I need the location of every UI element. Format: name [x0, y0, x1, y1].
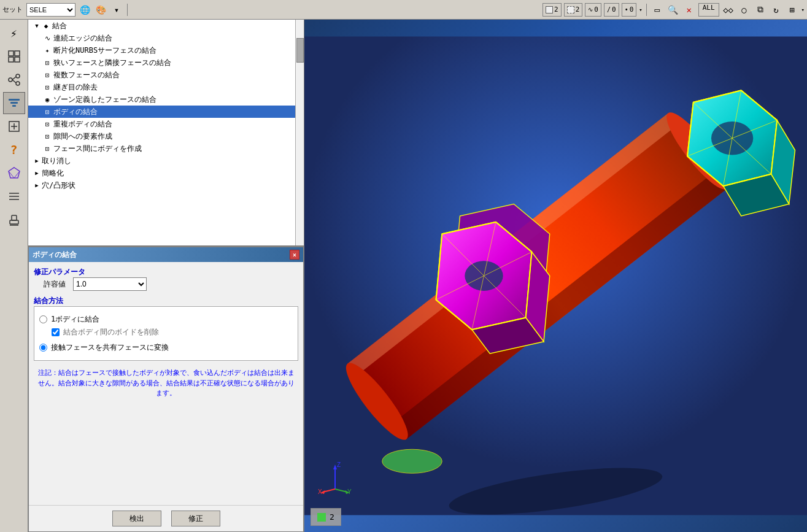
method-options: 1ボディに結合 結合ボディ間のボイドを削除 接触フェースを共有フェースに変換	[34, 306, 298, 361]
sidebar-icon-question[interactable]: ?	[3, 139, 25, 161]
tree-root-label: 結合	[52, 21, 67, 31]
copy-icon[interactable]: ⧉	[754, 3, 767, 17]
inspect-icon[interactable]: 🔍	[666, 3, 680, 17]
tree-item-8-icon: ⊡	[43, 120, 52, 128]
tree-item-9-label: 隙間への要素作成	[53, 131, 112, 142]
tree-item-6-label: ゾーン定義したフェースの結合	[53, 94, 156, 105]
counter-icon	[317, 513, 326, 522]
sidebar-icon-branch[interactable]	[3, 69, 25, 91]
tree-root-item[interactable]: ▼ ◆ 結合	[28, 20, 304, 32]
sidebar-icon-plus[interactable]	[3, 115, 25, 137]
tree-group-seiryakka-label: 簡略化	[42, 168, 64, 179]
icon2-btn[interactable]: 🎨	[94, 3, 107, 17]
radio-row-2: 接触フェースを共有フェースに変換	[39, 342, 293, 353]
delete-icon[interactable]: ✕	[682, 3, 696, 17]
fix-button[interactable]: 修正	[171, 511, 220, 526]
radio-1body[interactable]	[39, 315, 47, 323]
void-delete-checkbox[interactable]	[52, 328, 60, 336]
sidebar-icon-layers[interactable]	[3, 185, 25, 207]
tree-item-6-icon: ◉	[43, 95, 52, 104]
dialog-titlebar: ボディの結合 ×	[29, 247, 303, 262]
grid2-icon[interactable]: ⊞	[786, 3, 799, 17]
tree-item-8-label: 重複ボディの結合	[53, 119, 112, 129]
tree-item-5-label: 継ぎ目の除去	[53, 82, 98, 93]
select-dropdown[interactable]: SELE	[26, 3, 75, 17]
set-label: セット	[2, 5, 23, 14]
tree-item-9-icon: ⊡	[43, 132, 52, 141]
tree-item-8[interactable]: ⊡ 重複ボディの結合	[28, 118, 304, 130]
gizmo-svg: Z X Y	[317, 458, 353, 495]
dialog-title: ボディの結合	[33, 250, 77, 260]
tree-item-5-icon: ⊡	[43, 83, 52, 91]
sidebar-icon-filter[interactable]	[3, 92, 25, 114]
tree-item-2-label: 断片化NURBSサーフェスの結合	[53, 45, 156, 56]
tree-item-3-icon: ⊡	[43, 58, 52, 67]
tree-group-seiryakka[interactable]: ▶ 簡略化	[28, 167, 304, 179]
sidebar-icon-grid[interactable]	[3, 45, 25, 67]
dialog-close-button[interactable]: ×	[290, 250, 299, 260]
counter-value: 2	[330, 512, 334, 522]
tolerance-row: 許容値 1.0	[34, 277, 298, 291]
tree-item-5[interactable]: ⊡ 継ぎ目の除去	[28, 81, 304, 93]
tree-group-torikeshi-arrow: ▶	[33, 157, 41, 164]
svg-point-63	[382, 449, 442, 473]
right-dropdown-arrow[interactable]: ▾	[801, 7, 805, 13]
svg-rect-21	[12, 215, 17, 220]
correction-params-title: 修正パラメータ	[34, 267, 298, 277]
dialog-body: 修正パラメータ 許容値 1.0 結合方法 1ボディに結合	[29, 262, 303, 505]
all-btn[interactable]: ALL	[698, 3, 719, 17]
scene-svg	[304, 20, 807, 532]
void-delete-label: 結合ボディ間のボイドを削除	[63, 327, 159, 337]
tree-item-1[interactable]: ∿ 連続エッジの結合	[28, 32, 304, 44]
tree-item-10-icon: ⊡	[43, 144, 52, 153]
diamond-icon[interactable]: ◇◇	[722, 3, 735, 17]
point-count-box: • 0	[622, 3, 637, 17]
tree-item-7-icon: ⊡	[43, 107, 52, 116]
svg-text:X: X	[318, 488, 322, 495]
method-section: 結合方法 1ボディに結合 結合ボディ間のボイドを削除 接触フェースを共有フ	[34, 296, 298, 361]
tree-group-anakei-label: 穴/凸形状	[42, 180, 75, 191]
circle-icon[interactable]: ○	[738, 3, 751, 17]
svg-rect-1	[15, 51, 20, 56]
tree-item-3[interactable]: ⊡ 狭いフェースと隣接フェースの結合	[28, 56, 304, 69]
rotate-icon[interactable]: ↻	[770, 3, 783, 17]
svg-rect-0	[9, 51, 14, 56]
tree-item-9[interactable]: ⊡ 隙間への要素作成	[28, 130, 304, 142]
icon3-btn[interactable]: ▾	[110, 3, 123, 17]
svg-rect-11	[12, 105, 16, 107]
radio-1body-label: 1ボディに結合	[51, 314, 99, 325]
detect-button[interactable]: 検出	[112, 511, 161, 526]
tree-root-arrow: ▼	[33, 22, 41, 29]
radio-shared-face[interactable]	[39, 344, 47, 352]
svg-rect-9	[9, 99, 20, 101]
tree-panel: ▼ ◆ 結合 ∿ 連続エッジの結合 ✦ 断片化NURBSサーフェスの結合 ⊡ 狭…	[28, 20, 304, 247]
svg-text:Y: Y	[347, 488, 352, 495]
radio-row-1: 1ボディに結合	[39, 314, 293, 325]
left-sidebar: ⚡	[0, 20, 28, 532]
sidebar-icon-gem[interactable]	[3, 162, 25, 184]
svg-point-4	[9, 78, 12, 82]
icon1-btn[interactable]: 🌐	[78, 3, 91, 17]
sidebar-icon-stamp[interactable]	[3, 209, 25, 231]
tolerance-select[interactable]: 1.0	[73, 277, 147, 291]
point-count: 0	[630, 6, 634, 13]
svg-rect-2	[9, 57, 14, 62]
tree-item-4[interactable]: ⊡ 複数フェースの結合	[28, 69, 304, 81]
checkbox-row: 結合ボディ間のボイドを削除	[39, 327, 293, 337]
tree-item-1-icon: ∿	[43, 34, 52, 42]
svg-point-6	[16, 82, 20, 85]
tree-group-anakei[interactable]: ▶ 穴/凸形状	[28, 179, 304, 191]
svg-rect-20	[10, 220, 18, 224]
tree-group-torikeshi[interactable]: ▶ 取り消し	[28, 155, 304, 167]
tree-item-6[interactable]: ◉ ゾーン定義したフェースの結合	[28, 93, 304, 106]
count-dropdown-arrow[interactable]: ▾	[639, 7, 642, 13]
line-count-box: / 0	[604, 3, 619, 17]
select-rect-icon[interactable]: ▭	[651, 3, 664, 17]
sidebar-icon-lightning[interactable]: ⚡	[3, 22, 25, 44]
tree-item-7[interactable]: ⊡ ボディの結合	[28, 106, 304, 118]
tree-item-2[interactable]: ✦ 断片化NURBSサーフェスの結合	[28, 44, 304, 56]
edge-count: 2	[576, 6, 580, 13]
viewport[interactable]: Z X Y 2	[304, 20, 807, 532]
svg-line-8	[12, 80, 16, 83]
tree-item-10[interactable]: ⊡ フェース間にボディを作成	[28, 142, 304, 155]
